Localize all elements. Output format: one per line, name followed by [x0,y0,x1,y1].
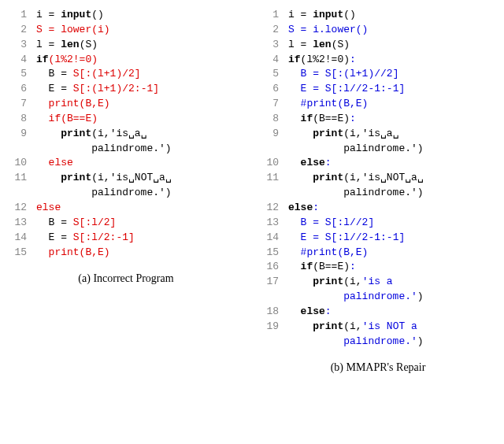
code-segment [288,305,301,317]
code-content: l = len(S) [36,38,244,53]
code-segment: i = [288,9,313,20]
code-line: 9 print(i,'is␣a␣ palindrome.') [260,127,496,157]
left-column: 1i = input()2S = lower(i)3l = len(S)4if(… [8,8,244,374]
code-content: print(i,'is a palindrome.') [288,275,496,305]
code-segment [288,172,313,183]
code-line: 5 B = S[:(l+1)//2] [260,67,496,82]
code-line: 11 print(i,'is␣NOT␣a␣ palindrome.') [260,171,496,201]
code-segment: (B==E) [313,261,350,272]
code-segment: : [313,202,319,213]
code-content: print(i,'is NOT a palindrome.') [288,320,496,350]
code-segment: : [325,157,332,168]
code-content: print(i,'is␣a␣ palindrome.') [288,127,496,157]
line-number: 12 [260,201,288,216]
line-number: 17 [260,275,288,305]
code-line: 14 E = S[:l//2-1:-1] [260,231,496,246]
code-segment: B = S[:(l+1)//2] [301,68,399,80]
code-segment: (l%2!=0) [49,54,98,65]
figure-container: 1i = input()2S = lower(i)3l = len(S)4if(… [8,8,496,374]
code-segment [288,113,301,124]
line-number: 4 [260,53,288,68]
line-number: 10 [260,156,288,171]
line-number: 15 [260,246,288,261]
line-number: 6 [8,82,36,97]
line-number: 9 [260,127,288,157]
left-caption: (a) Incorrect Program [8,272,244,285]
code-content: print(B,E) [36,97,244,112]
code-line: 12else [8,201,244,216]
code-segment: if [301,261,313,272]
code-segment: S[:(l+1)/2] [73,68,141,80]
line-number: 1 [8,8,36,23]
code-content: B = S[:(l+1)/2] [36,67,244,82]
code-segment: print(B,E) [36,98,110,109]
code-line: 13 B = S[:l/2] [8,216,244,231]
code-segment: print [313,128,343,139]
code-segment: E = S[:l//2-1:-1] [301,83,406,94]
code-segment [288,261,301,272]
right-code-block: 1i = input()2S = i.lower()3l = len(S)4if… [260,8,496,349]
code-content: if(l%2!=0): [288,53,496,68]
code-line: 1i = input() [260,8,496,23]
line-number: 14 [8,231,36,246]
line-number: 7 [8,97,36,112]
code-content: B = S[:(l+1)//2] [288,67,496,82]
code-segment: l = [288,39,313,50]
code-segment: else [36,202,61,213]
code-segment: (B==E) [313,113,350,124]
code-segment: E = S[:l//2-1:-1] [301,231,406,243]
code-content: E = S[:l//2-1:-1] [288,231,496,246]
code-segment: B = [36,216,73,228]
code-segment: print [61,172,91,183]
code-segment: ) [417,290,424,302]
code-segment [288,68,301,80]
line-number: 10 [8,156,36,171]
code-segment: B = [36,68,73,80]
code-line: 8 if(B==E): [260,112,496,127]
code-segment: input [313,9,343,20]
code-segment [288,320,313,332]
code-segment: if [301,113,313,124]
code-line: 16 if(B==E): [260,260,496,275]
right-caption: (b) MMAPR's Repair [260,361,496,374]
code-line: 2S = lower(i) [8,23,244,38]
code-line: 1i = input() [8,8,244,23]
code-line: 15 print(B,E) [8,246,244,261]
code-line: 13 B = S[:l//2] [260,216,496,231]
code-line: 14 E = S[:l/2:-1] [8,231,244,246]
code-segment: len [313,39,331,50]
code-line: 7 print(B,E) [8,97,244,112]
code-line: 18 else: [260,305,496,320]
code-segment: else [288,202,313,213]
code-segment [288,157,301,168]
code-content: else: [288,156,496,171]
line-number: 5 [8,67,36,82]
code-segment: S = lower(i) [36,24,110,35]
code-segment: S[:l/2:-1] [73,231,135,243]
line-number: 2 [8,23,36,38]
code-segment: if [288,54,301,65]
code-segment: S = i.lower() [288,24,368,35]
code-segment [288,216,301,228]
code-line: 3l = len(S) [260,38,496,53]
right-column: 1i = input()2S = i.lower()3l = len(S)4if… [260,8,496,374]
code-segment: E = [36,83,73,94]
code-segment: : [325,305,332,317]
code-segment [288,246,301,258]
code-segment: : [350,54,356,65]
code-segment: print [61,128,91,139]
code-segment: S[:l/2] [73,216,117,228]
line-number: 11 [8,171,36,201]
code-line: 9 print(i,'is␣a␣ palindrome.') [8,127,244,157]
code-line: 2S = i.lower() [260,23,496,38]
code-line: 5 B = S[:(l+1)/2] [8,67,244,82]
code-content: print(i,'is␣NOT␣a␣ palindrome.') [288,171,496,201]
code-content: print(B,E) [36,246,244,261]
line-number: 3 [260,38,288,53]
code-segment: else [301,157,325,168]
code-segment: else [301,305,325,317]
code-segment: l = [36,39,61,50]
line-number: 8 [260,112,288,127]
code-segment: if [36,54,49,65]
code-line: 17 print(i,'is a palindrome.') [260,275,496,305]
